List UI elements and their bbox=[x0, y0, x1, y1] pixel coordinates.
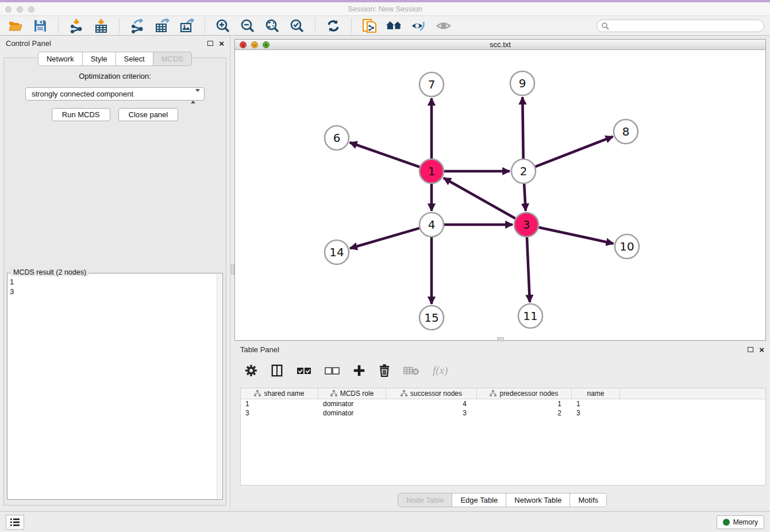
table-row[interactable]: 3dominator323 bbox=[241, 408, 765, 418]
graph-node-15[interactable]: 15 bbox=[419, 306, 444, 330]
export-network-button[interactable] bbox=[128, 18, 147, 34]
graph-edge-3-10[interactable] bbox=[538, 228, 613, 244]
graph-node-3[interactable]: 3 bbox=[514, 213, 538, 237]
table-cell[interactable]: dominator bbox=[318, 408, 386, 418]
import-table-button[interactable] bbox=[91, 18, 111, 34]
table-cell[interactable]: 1 bbox=[477, 399, 572, 408]
zoom-in-button[interactable] bbox=[213, 18, 233, 34]
close-view-icon[interactable]: x bbox=[240, 41, 247, 48]
close-window-dot[interactable] bbox=[5, 6, 11, 13]
table-settings-icon[interactable] bbox=[245, 364, 257, 377]
graph-edge-3-1[interactable] bbox=[444, 178, 515, 218]
table-cell[interactable]: 1 bbox=[241, 399, 318, 408]
tab-motifs[interactable]: Motifs bbox=[570, 493, 607, 507]
table-cell[interactable]: 3 bbox=[241, 408, 318, 418]
graph-edge-2-9[interactable] bbox=[522, 97, 523, 159]
node-table[interactable]: shared nameMCDS rolesuccessor nodesprede… bbox=[240, 388, 766, 485]
table-cell[interactable]: 4 bbox=[386, 399, 477, 408]
table-cell[interactable]: 3 bbox=[386, 408, 477, 418]
graph-node-14[interactable]: 14 bbox=[325, 240, 349, 264]
table-cell[interactable]: dominator bbox=[318, 399, 386, 408]
tab-mcds[interactable]: MCDS bbox=[153, 52, 192, 66]
table-cell[interactable]: 1 bbox=[572, 399, 620, 408]
graph-node-7[interactable]: 7 bbox=[419, 72, 444, 97]
minimize-view-icon[interactable]: − bbox=[251, 41, 258, 48]
hide-selected-button[interactable] bbox=[409, 18, 429, 34]
svg-text:2: 2 bbox=[520, 164, 528, 178]
import-network-button[interactable] bbox=[67, 18, 86, 34]
delete-row-icon[interactable] bbox=[379, 364, 390, 377]
function-builder-icon[interactable]: f(x) bbox=[433, 364, 448, 377]
zoom-selected-button[interactable] bbox=[287, 18, 307, 34]
run-mcds-button[interactable]: Run MCDS bbox=[52, 108, 110, 121]
tab-edge-table[interactable]: Edge Table bbox=[452, 493, 506, 507]
show-columns-icon[interactable] bbox=[271, 364, 283, 377]
close-table-panel-icon[interactable]: × bbox=[759, 345, 764, 354]
graph-node-10[interactable]: 10 bbox=[615, 234, 639, 259]
export-image-icon bbox=[179, 18, 194, 33]
mcds-result-values: 1 3 bbox=[10, 277, 214, 497]
close-panel-icon[interactable]: × bbox=[219, 39, 224, 48]
graph-node-8[interactable]: 8 bbox=[614, 119, 638, 144]
search-input[interactable] bbox=[596, 20, 764, 32]
export-image-button[interactable] bbox=[177, 18, 197, 34]
criterion-dropdown[interactable]: strongly connected component bbox=[25, 87, 205, 101]
graph-edge-2-8[interactable] bbox=[536, 137, 613, 167]
column-header-successor-nodes[interactable]: successor nodes bbox=[386, 388, 477, 399]
table-toolbar: f(x) bbox=[240, 358, 448, 383]
result-scrollbar[interactable] bbox=[217, 274, 222, 499]
zoom-fit-button[interactable] bbox=[263, 18, 282, 34]
graph-edge-4-14[interactable] bbox=[350, 228, 419, 248]
table-cell[interactable]: 2 bbox=[477, 408, 572, 418]
column-type-icon bbox=[490, 390, 496, 397]
add-row-icon[interactable] bbox=[353, 364, 365, 377]
graph-edge-2-3[interactable] bbox=[524, 184, 526, 211]
minimize-window-dot[interactable] bbox=[17, 6, 23, 13]
memory-button[interactable]: Memory bbox=[717, 515, 764, 529]
toolbar-separator bbox=[58, 18, 59, 33]
tab-node-table[interactable]: Node Table bbox=[398, 493, 453, 507]
graph-edge-3-11[interactable] bbox=[527, 237, 530, 302]
deselect-all-icon[interactable] bbox=[325, 367, 340, 375]
tab-network[interactable]: Network bbox=[38, 52, 83, 66]
graph-node-6[interactable]: 6 bbox=[325, 126, 349, 150]
zoom-out-button[interactable] bbox=[238, 18, 257, 34]
float-panel-icon[interactable] bbox=[207, 41, 213, 46]
select-all-icon[interactable] bbox=[297, 367, 311, 375]
duplicate-network-button[interactable] bbox=[360, 18, 379, 34]
show-all-button[interactable] bbox=[434, 18, 453, 34]
canvas-grip[interactable] bbox=[497, 337, 504, 341]
close-panel-button[interactable]: Close panel bbox=[118, 108, 179, 121]
column-header-shared-name[interactable]: shared name bbox=[241, 388, 318, 399]
graph-edge-1-6[interactable] bbox=[350, 142, 420, 167]
table-cell[interactable]: 3 bbox=[572, 408, 620, 418]
panel-splitter[interactable] bbox=[230, 36, 234, 509]
network-window-titlebar: x − + scc.txt bbox=[235, 40, 765, 50]
maximize-view-icon[interactable]: + bbox=[263, 41, 270, 48]
network-canvas[interactable]: 7968124314101511 bbox=[235, 50, 765, 340]
svg-text:8: 8 bbox=[622, 125, 630, 138]
graph-node-2[interactable]: 2 bbox=[511, 159, 536, 183]
graph-node-4[interactable]: 4 bbox=[419, 213, 444, 237]
tab-select[interactable]: Select bbox=[116, 52, 153, 66]
first-neighbors-button[interactable] bbox=[384, 18, 404, 34]
column-header-predecessor-nodes[interactable]: predecessor nodes bbox=[477, 388, 572, 399]
graph-node-11[interactable]: 11 bbox=[518, 304, 542, 328]
export-table-button[interactable] bbox=[152, 18, 172, 34]
duplicate-network-icon bbox=[362, 18, 377, 34]
zoom-window-dot[interactable] bbox=[28, 6, 34, 13]
refresh-button[interactable] bbox=[324, 18, 343, 34]
column-header-MCDS-role[interactable]: MCDS role bbox=[318, 388, 386, 399]
import-network-icon bbox=[69, 18, 84, 33]
open-file-button[interactable] bbox=[6, 18, 25, 34]
float-table-panel-icon[interactable] bbox=[748, 347, 753, 352]
save-session-button[interactable] bbox=[30, 18, 50, 34]
column-header-name[interactable]: name bbox=[572, 388, 620, 399]
graph-node-1[interactable]: 1 bbox=[419, 159, 444, 183]
tab-network-table[interactable]: Network Table bbox=[506, 493, 570, 507]
task-history-button[interactable] bbox=[6, 515, 24, 530]
tab-style[interactable]: Style bbox=[83, 52, 116, 66]
delete-table-icon[interactable] bbox=[403, 365, 419, 376]
table-row[interactable]: 1dominator411 bbox=[241, 399, 765, 408]
graph-node-9[interactable]: 9 bbox=[510, 71, 534, 95]
